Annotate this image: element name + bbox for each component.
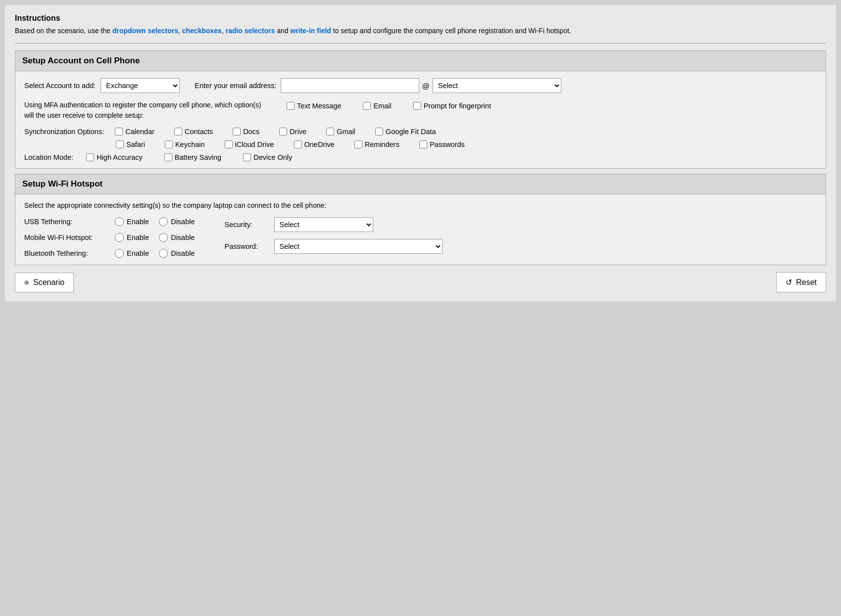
domain-select[interactable]: Select gmail.com yahoo.com outlook.com e… bbox=[433, 78, 561, 93]
sync-icloud-group: iCloud Drive bbox=[225, 141, 274, 148]
usb-disable-radio[interactable] bbox=[159, 217, 168, 226]
bluetooth-radio-group: Enable Disable bbox=[115, 249, 195, 258]
bluetooth-disable-option: Disable bbox=[159, 249, 195, 258]
password-row: Password: Select bbox=[225, 239, 443, 254]
page-wrapper: Instructions Based on the scenario, use … bbox=[5, 5, 836, 301]
mobile-enable-option: Enable bbox=[115, 233, 149, 242]
sync-onedrive-checkbox[interactable] bbox=[294, 141, 302, 148]
bluetooth-enable-label: Enable bbox=[127, 249, 149, 257]
email-input[interactable] bbox=[281, 78, 419, 93]
sync-gmail-label: Gmail bbox=[337, 128, 355, 136]
sync-gmail-checkbox[interactable] bbox=[326, 128, 334, 136]
sync-reminders-group: Reminders bbox=[354, 141, 399, 148]
usb-tethering-label: USB Tethering: bbox=[24, 218, 111, 226]
sync-safari-label: Safari bbox=[126, 141, 145, 148]
mfa-email-group: Email bbox=[363, 102, 391, 110]
mobile-disable-label: Disable bbox=[171, 234, 195, 241]
sync-drive-label: Drive bbox=[290, 128, 306, 136]
scenario-icon: ⎆ bbox=[24, 278, 29, 287]
mfa-fingerprint-group: Prompt for fingerprint bbox=[413, 102, 491, 110]
setup-account-header: Setup Account on Cell Phone bbox=[15, 51, 826, 71]
sync-calendar-label: Calendar bbox=[125, 128, 154, 136]
location-mode-label: Location Mode: bbox=[24, 153, 73, 161]
mobile-disable-radio[interactable] bbox=[159, 233, 168, 242]
setup-wifi-header: Setup Wi-Fi Hotspot bbox=[15, 174, 826, 194]
mfa-text-message-label: Text Message bbox=[297, 102, 341, 110]
bluetooth-disable-label: Disable bbox=[171, 249, 195, 257]
sync-reminders-label: Reminders bbox=[365, 141, 399, 148]
account-select[interactable]: Exchange Gmail Yahoo Outlook bbox=[100, 78, 180, 93]
instructions-title: Instructions bbox=[15, 14, 826, 23]
security-label: Security: bbox=[225, 221, 269, 229]
reset-icon: ↺ bbox=[786, 278, 792, 287]
location-battery-saving-checkbox[interactable] bbox=[164, 153, 172, 161]
mobile-disable-option: Disable bbox=[159, 233, 195, 242]
sync-safari-checkbox[interactable] bbox=[116, 141, 124, 148]
sync-calendar-group: Calendar bbox=[115, 128, 154, 136]
sync-passwords-checkbox[interactable] bbox=[419, 141, 427, 148]
sync-contacts-group: Contacts bbox=[174, 128, 213, 136]
mfa-text-message-checkbox[interactable] bbox=[287, 102, 295, 110]
setup-wifi-section: Setup Wi-Fi Hotspot Select the appropria… bbox=[15, 174, 826, 265]
enter-email-label: Enter your email address: bbox=[195, 82, 276, 90]
location-battery-saving-label: Battery Saving bbox=[175, 153, 221, 161]
password-select[interactable]: Select bbox=[274, 239, 443, 254]
bluetooth-tethering-label: Bluetooth Tethering: bbox=[24, 249, 111, 257]
location-high-accuracy-label: High Accuracy bbox=[97, 153, 143, 161]
bluetooth-enable-option: Enable bbox=[115, 249, 149, 258]
location-high-accuracy-group: High Accuracy bbox=[86, 153, 143, 161]
at-symbol: @ bbox=[422, 82, 430, 90]
location-row: Location Mode: High Accuracy Battery Sav… bbox=[24, 153, 817, 161]
sync-docs-checkbox[interactable] bbox=[233, 128, 241, 136]
usb-enable-label: Enable bbox=[127, 218, 149, 226]
bluetooth-disable-radio[interactable] bbox=[159, 249, 168, 258]
bottom-bar: ⎆ Scenario ↺ Reset bbox=[15, 272, 826, 292]
mobile-radio-group: Enable Disable bbox=[115, 233, 195, 242]
scenario-button[interactable]: ⎆ Scenario bbox=[15, 273, 74, 292]
security-column: Security: Select WPA2 WPA3 None Password… bbox=[225, 217, 443, 254]
usb-radio-group: Enable Disable bbox=[115, 217, 195, 226]
usb-enable-radio[interactable] bbox=[115, 217, 124, 226]
location-high-accuracy-checkbox[interactable] bbox=[86, 153, 94, 161]
bluetooth-enable-radio[interactable] bbox=[115, 249, 124, 258]
reset-button[interactable]: ↺ Reset bbox=[776, 272, 826, 292]
sync-calendar-checkbox[interactable] bbox=[115, 128, 123, 136]
sync-contacts-checkbox[interactable] bbox=[174, 128, 182, 136]
mfa-text: Using MFA authentication to register the… bbox=[24, 100, 272, 121]
sync-googlefit-checkbox[interactable] bbox=[375, 128, 383, 136]
usb-disable-label: Disable bbox=[171, 218, 195, 226]
scenario-label: Scenario bbox=[33, 278, 64, 287]
sync-keychain-checkbox[interactable] bbox=[165, 141, 173, 148]
sync-docs-label: Docs bbox=[243, 128, 259, 136]
highlight-checkboxes: checkboxes bbox=[182, 27, 222, 35]
setup-wifi-content: Select the appropriate connectivity sett… bbox=[15, 194, 826, 265]
sync-passwords-group: Passwords bbox=[419, 141, 465, 148]
sync-row-1: Synchronization Options: Calendar Contac… bbox=[24, 128, 817, 136]
mfa-fingerprint-checkbox[interactable] bbox=[413, 102, 421, 110]
highlight-radio: radio selectors bbox=[226, 27, 275, 35]
sync-drive-checkbox[interactable] bbox=[279, 128, 287, 136]
highlight-writein: write-in field bbox=[290, 27, 331, 35]
sync-icloud-checkbox[interactable] bbox=[225, 141, 233, 148]
mobile-enable-radio[interactable] bbox=[115, 233, 124, 242]
security-row: Security: Select WPA2 WPA3 None bbox=[225, 217, 443, 232]
mfa-email-label: Email bbox=[373, 102, 391, 110]
setup-account-section: Setup Account on Cell Phone Select Accou… bbox=[15, 50, 826, 169]
sync-keychain-group: Keychain bbox=[165, 141, 205, 148]
sync-docs-group: Docs bbox=[233, 128, 259, 136]
sync-reminders-checkbox[interactable] bbox=[354, 141, 362, 148]
instructions-text: Based on the scenario, use the dropdown … bbox=[15, 26, 826, 36]
security-select[interactable]: Select WPA2 WPA3 None bbox=[274, 217, 373, 232]
mfa-options: Text Message Email Prompt for fingerprin… bbox=[287, 102, 502, 110]
mfa-fingerprint-label: Prompt for fingerprint bbox=[424, 102, 491, 110]
mobile-enable-label: Enable bbox=[127, 234, 149, 241]
mfa-text-message-group: Text Message bbox=[287, 102, 341, 110]
sync-gmail-group: Gmail bbox=[326, 128, 355, 136]
mfa-email-checkbox[interactable] bbox=[363, 102, 371, 110]
reset-label: Reset bbox=[796, 278, 817, 287]
select-account-label: Select Account to add: bbox=[24, 82, 96, 90]
sync-googlefit-label: Google Fit Data bbox=[386, 128, 436, 136]
sync-icloud-label: iCloud Drive bbox=[235, 141, 274, 148]
sync-row-2: Safari Keychain iCloud Drive OneDrive Re… bbox=[24, 141, 817, 148]
location-device-only-checkbox[interactable] bbox=[243, 153, 251, 161]
